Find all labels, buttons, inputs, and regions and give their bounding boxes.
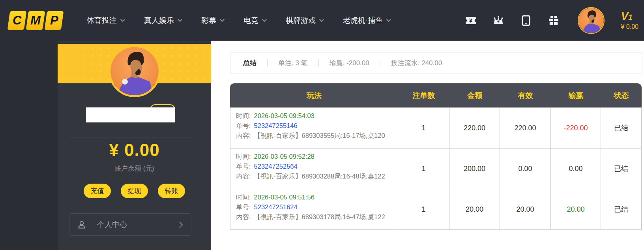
play-cell: 时间:2026-03-05 09:51:56 单号:523247251624 内… [230, 189, 398, 230]
logo-letter: M [30, 13, 41, 28]
valid-cell: 0.00 [500, 148, 551, 189]
bet-time: 2026-03-05 09:54:03 [254, 112, 315, 119]
col-header-count: 注单数 [398, 90, 449, 101]
count-cell: 1 [398, 108, 449, 148]
vip-box: V1 ¥ 0.00 [621, 10, 638, 30]
summary-separator [318, 59, 319, 67]
chevron-down-icon [386, 19, 391, 22]
username-redacted [86, 107, 175, 122]
nav-item-sports[interactable]: 体育投注 [87, 15, 125, 26]
logo-letter-block: C [7, 11, 27, 30]
vip-level-letter: V [621, 10, 629, 22]
nav-label: 老虎机·捕鱼 [343, 15, 383, 26]
cmp-logo[interactable]: C M P [9, 11, 62, 30]
account-balance: ¥ 0.00 [58, 140, 211, 160]
main-nav: 体育投注 真人娱乐 彩票 电竞 棋牌游戏 老虎机·捕鱼 [87, 15, 391, 26]
summary-bet-count: 单注: 3 笔 [278, 58, 308, 68]
bet-content: 【視訊-百家乐】689303178局:16-47场,桌122 [254, 213, 385, 220]
status-cell: 已结 [601, 108, 642, 148]
vip-level: V1 [621, 10, 638, 23]
bet-content: 【視訊-百家乐】689303555局:16-17场,桌120 [254, 132, 385, 139]
nav-item-slots-fishing[interactable]: 老虎机·捕鱼 [343, 15, 391, 26]
chevron-down-icon [178, 19, 182, 22]
order-number-link[interactable]: 523247251624 [254, 203, 298, 211]
phone-icon[interactable] [520, 15, 532, 26]
nav-label: 体育投注 [87, 15, 117, 26]
sidebar-divider [69, 137, 191, 137]
bet-content: 【視訊-百家乐】689303288局:16-48场,桌122 [254, 173, 385, 180]
gift-icon[interactable] [548, 15, 560, 26]
vip-level-number: 1 [628, 13, 633, 21]
logo-letter: P [50, 13, 58, 28]
play-cell: 时间:2026-03-05 09:52:28 单号:523247252564 内… [230, 148, 398, 189]
table-header: 玩法 注单数 金额 有效 输赢 状态 [230, 83, 642, 107]
order-label: 单号: [236, 122, 251, 129]
chevron-right-icon [179, 222, 183, 228]
winloss-cell: 20.00 [551, 189, 601, 230]
summary-separator [380, 59, 380, 67]
user-avatar[interactable] [578, 7, 605, 34]
nav-item-esports[interactable]: 电竞 [243, 15, 267, 26]
col-header-status: 状态 [601, 90, 642, 101]
nav-item-lottery[interactable]: 彩票 [201, 15, 225, 26]
count-cell: 1 [398, 148, 449, 189]
logo-letter: C [13, 13, 21, 28]
nav-label: 棋牌游戏 [286, 15, 316, 26]
nav-label: 彩票 [201, 15, 216, 26]
nav-item-live-casino[interactable]: 真人娱乐 [144, 15, 182, 26]
left-column [0, 41, 58, 250]
deposit-button[interactable]: 充值 [84, 184, 111, 198]
order-label: 单号: [236, 203, 251, 211]
bet-record-row: 时间:2026-03-05 09:51:56 单号:523247251624 内… [230, 189, 642, 230]
chevron-down-icon [262, 19, 267, 22]
logo-letter-block: P [45, 11, 64, 30]
crown-icon[interactable] [492, 15, 504, 26]
nav-label: 电竞 [243, 15, 258, 26]
bet-time: 2026-03-05 09:51:56 [254, 194, 315, 201]
content-label: 内容: [236, 132, 251, 139]
chevron-down-icon [120, 19, 125, 22]
content-label: 内容: [236, 213, 251, 220]
chevron-down-icon [319, 19, 324, 22]
nav-item-board-games[interactable]: 棋牌游戏 [286, 15, 324, 26]
header-right-cluster: ¥ [465, 7, 644, 34]
winloss-cell: -220.00 [551, 108, 601, 148]
table-body: 时间:2026-03-05 09:54:03 单号:523247255146 内… [230, 107, 642, 230]
valid-cell: 20.00 [500, 189, 551, 230]
personal-center-label: 个人中心 [97, 220, 127, 230]
page: C M P 体育投注 真人娱乐 彩票 电竞 棋牌游戏 [0, 0, 644, 250]
winloss-cell: 0.00 [551, 148, 601, 189]
bet-records-table: 玩法 注单数 金额 有效 输赢 状态 时间:2026-03-05 09:54:0… [230, 83, 642, 230]
account-balance-label: 账户余额 (元) [58, 164, 211, 173]
order-label: 单号: [236, 163, 251, 170]
col-header-amount: 金额 [449, 90, 500, 101]
svg-text:¥: ¥ [469, 17, 472, 24]
top-header: C M P 体育投注 真人娱乐 彩票 电竞 棋牌游戏 [0, 0, 644, 41]
time-label: 时间: [236, 112, 251, 119]
col-header-play: 玩法 [230, 90, 398, 101]
status-cell: 已结 [601, 148, 642, 189]
summary-separator [267, 59, 268, 67]
nav-label: 真人娱乐 [144, 15, 174, 26]
transfer-button[interactable]: 转账 [158, 184, 185, 198]
col-header-valid: 有效 [500, 90, 551, 101]
valid-cell: 220.00 [500, 108, 551, 148]
profile-avatar [109, 45, 161, 97]
amount-cell: 200.00 [449, 148, 500, 189]
time-label: 时间: [236, 194, 251, 201]
ticket-icon[interactable]: ¥ [465, 15, 477, 26]
chevron-down-icon [220, 19, 225, 22]
count-cell: 1 [398, 189, 449, 230]
bet-record-row: 时间:2026-03-05 09:52:28 单号:523247252564 内… [230, 148, 642, 189]
summary-turnover: 投注流水: 240.00 [391, 58, 442, 68]
amount-cell: 220.00 [449, 108, 500, 148]
play-cell: 时间:2026-03-05 09:54:03 单号:523247255146 内… [230, 108, 398, 148]
amount-cell: 20.00 [449, 189, 500, 230]
withdraw-button[interactable]: 提现 [121, 184, 148, 198]
bet-record-row: 时间:2026-03-05 09:54:03 单号:523247255146 内… [230, 108, 642, 148]
order-number-link[interactable]: 523247255146 [254, 122, 298, 129]
logo-letter-block: M [26, 11, 45, 30]
personal-center-item[interactable]: 个人中心 [69, 213, 191, 236]
bet-time: 2026-03-05 09:52:28 [254, 153, 315, 160]
order-number-link[interactable]: 523247252564 [254, 163, 298, 170]
